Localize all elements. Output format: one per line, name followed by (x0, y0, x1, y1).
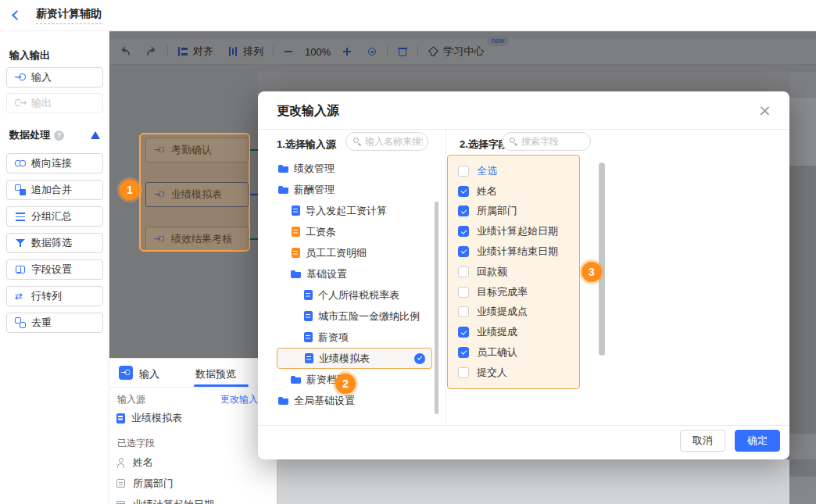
sidebar-node-button[interactable]: 横向连接 (6, 153, 103, 173)
sidebar-node-button[interactable]: 去重 (6, 313, 103, 333)
field-checkbox-row[interactable]: 业绩计算结束日期 (458, 241, 579, 262)
confirm-button[interactable]: 确定 (735, 430, 780, 452)
tree-row-label: 员工工资明细 (306, 246, 367, 260)
field-label: 提交人 (477, 366, 507, 380)
doc-blue-icon (303, 332, 313, 343)
tree-row[interactable]: 绩效管理 (277, 158, 432, 179)
tree-row-label: 业绩模拟表 (319, 352, 370, 366)
selected-field-label: 所属部门 (133, 477, 174, 491)
field-checkbox-row[interactable]: 全选 (458, 161, 579, 181)
sidebar-button-label: 横向连接 (31, 156, 72, 170)
tree-row[interactable]: 薪酬管理 (277, 179, 432, 200)
tree-scrollbar[interactable] (435, 202, 438, 414)
sidebar-node-button[interactable]: 追加合并 (6, 180, 103, 200)
sidebar-button-label: 输出 (31, 96, 52, 110)
source-name: 业绩模拟表 (131, 411, 182, 425)
checkbox[interactable] (458, 327, 469, 338)
tab-data-preview[interactable]: 数据预览 (195, 367, 236, 381)
folder-icon (291, 374, 301, 385)
tree-row-label: 绩效管理 (294, 162, 335, 176)
checkbox[interactable] (458, 287, 469, 298)
source-row: 业绩模拟表 (116, 411, 182, 425)
source-label: 输入源 (117, 393, 145, 406)
checkbox[interactable] (458, 186, 469, 197)
sidebar-button-label: 输入 (31, 70, 52, 84)
doc-blue-icon (291, 206, 300, 216)
field-checkbox-row[interactable]: 业绩计算起始日期 (458, 221, 579, 241)
field-search-input[interactable] (521, 136, 579, 147)
field-list-scrollbar[interactable] (599, 163, 605, 356)
group-summary-icon (15, 211, 26, 222)
tree-row[interactable]: 基础设置 (277, 263, 432, 284)
sidebar-node-button[interactable]: 数据筛选 (6, 233, 103, 253)
sidebar-node-button[interactable]: 分组汇总 (6, 206, 103, 227)
source-search-input[interactable] (365, 136, 423, 147)
tree-row[interactable]: 全局基础设置 (277, 390, 432, 411)
dialog-footer: 取消 确定 (258, 425, 789, 459)
field-checkbox-row[interactable]: 姓名 (458, 181, 579, 202)
data-section-label: 数据处理 (9, 128, 50, 142)
checkbox[interactable] (458, 226, 469, 237)
tour-step-2-badge: 2 (335, 374, 356, 394)
cancel-button[interactable]: 取消 (680, 430, 725, 452)
field-checkbox-row[interactable]: 提交人 (458, 363, 579, 383)
tour-highlight-box (139, 133, 250, 252)
drawer-tabbar: 输入 数据预览 (109, 359, 277, 388)
close-icon[interactable] (758, 102, 774, 118)
help-icon[interactable] (54, 130, 64, 141)
checkbox[interactable] (458, 246, 469, 257)
tree-row[interactable]: 薪资项 (277, 327, 432, 348)
tree-row-label: 个人所得税税率表 (318, 288, 399, 302)
sidebar-button-label: 行转列 (31, 289, 62, 303)
link-icon (15, 158, 26, 169)
field-checkbox-row[interactable]: 目标完成率 (458, 282, 579, 302)
source-search-box (345, 132, 428, 151)
dialog-header: 更改输入源 (258, 91, 789, 130)
tree-row-label: 城市五险一金缴纳比例 (318, 309, 420, 323)
checkbox[interactable] (458, 206, 469, 216)
panel-divider (446, 130, 446, 423)
field-checkbox-row[interactable]: 业绩提成 (458, 322, 579, 342)
sidebar-button-label: 追加合并 (31, 183, 72, 197)
field-checkbox-row[interactable]: 业绩提成点 (458, 302, 579, 323)
folder-icon (278, 163, 288, 174)
tree-row[interactable]: 员工工资明细 (277, 242, 432, 263)
sidebar-node-button[interactable]: 字段设置 (6, 259, 103, 280)
data-button-list: 横向连接 追加合并 分组汇总 数据筛选 (6, 153, 103, 333)
field-label: 业绩计算结束日期 (477, 245, 558, 259)
checkbox[interactable] (458, 166, 469, 177)
sidebar-node-button[interactable]: 输入 (6, 67, 103, 88)
back-button[interactable] (11, 9, 23, 22)
tab-input[interactable]: 输入 (139, 367, 159, 381)
doc-blue-icon (304, 353, 313, 364)
search-icon (509, 137, 518, 146)
active-tab-underline (194, 384, 249, 387)
field-checkbox-row[interactable]: 回款额 (458, 262, 579, 282)
tree-row-label: 基础设置 (306, 267, 347, 281)
field-label: 全选 (477, 164, 497, 178)
selected-field-row: 业绩计算起始日期 (116, 498, 214, 504)
field-checkbox-row[interactable]: 员工确认 (458, 342, 579, 363)
tree-row[interactable]: 业绩模拟表 (277, 348, 432, 369)
doc-blue-icon (303, 290, 313, 301)
checkbox[interactable] (458, 266, 469, 277)
tree-row[interactable]: 导入发起工资计算 (277, 200, 432, 221)
checkbox[interactable] (458, 347, 469, 358)
input-tab-icon (119, 366, 133, 380)
tree-row[interactable]: 城市五险一金缴纳比例 (277, 306, 432, 327)
sidebar-node-button[interactable]: 输出 (6, 93, 103, 113)
sidebar-node-button[interactable]: 行转列 (6, 286, 103, 306)
field-label: 业绩计算起始日期 (477, 224, 558, 238)
checkbox[interactable] (458, 306, 469, 317)
checkbox[interactable] (458, 367, 469, 378)
selected-field-row: 所属部门 (116, 477, 174, 491)
step1-label: 1.选择输入源 (277, 138, 336, 152)
tree-row[interactable]: 个人所得税税率表 (277, 284, 432, 306)
tree-row[interactable]: 工资条 (277, 221, 432, 242)
tree-row-label: 导入发起工资计算 (306, 204, 387, 218)
io-section-label: 输入输出 (9, 48, 50, 63)
sidebar: 输入输出 输入 输出 数据处理 (0, 31, 109, 504)
field-checkbox-row[interactable]: 所属部门 (458, 202, 579, 222)
output-icon (15, 98, 26, 109)
dialog-title: 更改输入源 (277, 103, 339, 120)
